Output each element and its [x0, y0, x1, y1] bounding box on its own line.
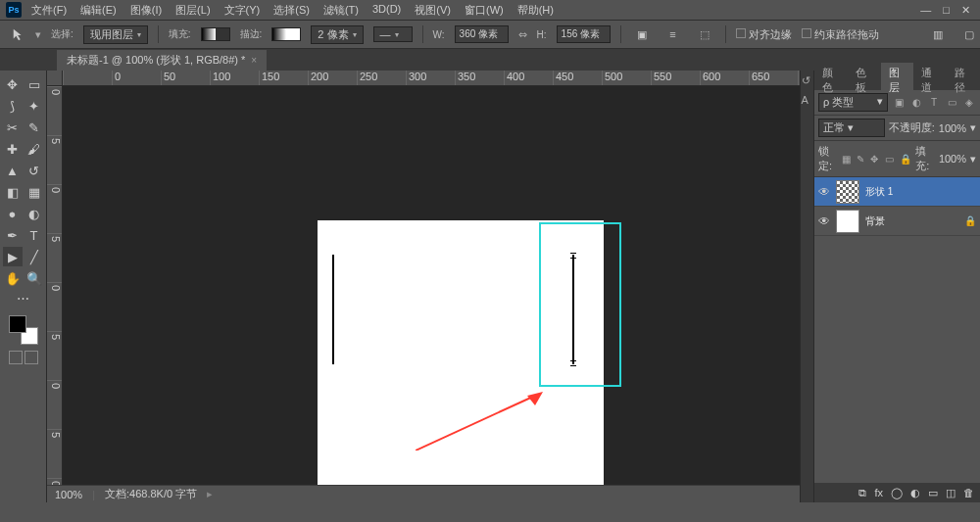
fill-swatch[interactable] — [201, 27, 230, 41]
opacity-value[interactable]: 100% — [939, 122, 966, 134]
delete-icon[interactable]: 🗑 — [963, 487, 974, 498]
menu-image[interactable]: 图像(I) — [130, 3, 162, 18]
layer-thumb[interactable] — [836, 180, 859, 204]
layer-row[interactable]: 👁形状 1 — [814, 177, 980, 207]
menu-help[interactable]: 帮助(H) — [517, 3, 554, 18]
menu-filter[interactable]: 滤镜(T) — [323, 3, 359, 18]
visibility-icon[interactable]: 👁 — [818, 214, 830, 228]
gradient-tool[interactable]: ▦ — [24, 182, 44, 202]
menu-window[interactable]: 窗口(W) — [465, 3, 504, 18]
char-dock-icon[interactable]: A — [802, 94, 813, 106]
screen-mode-icon[interactable]: ▢ — [958, 24, 980, 45]
arrange-icon[interactable]: ⬚ — [694, 24, 715, 45]
align-icon[interactable]: ≡ — [662, 24, 684, 45]
fg-bg-swatch[interactable] — [9, 315, 38, 345]
ruler-vertical[interactable]: 050505050 — [47, 86, 63, 502]
stamp-tool[interactable]: ▲ — [3, 161, 23, 180]
dodge-tool[interactable]: ◐ — [24, 204, 44, 223]
edit-toolbar[interactable]: ⋯ — [14, 288, 33, 308]
doc-size-readout[interactable]: 文档:468.8K/0 字节 — [105, 487, 197, 501]
lock-trans-icon[interactable]: ▦ — [842, 154, 853, 165]
fill-value[interactable]: 100% — [939, 153, 966, 165]
svg-marker-1 — [527, 392, 543, 405]
eraser-tool[interactable]: ◧ — [3, 182, 23, 202]
filter-adj-icon[interactable]: ◐ — [909, 96, 923, 110]
type-tool[interactable]: T — [24, 225, 44, 245]
window-minimize[interactable]: — — [920, 4, 931, 17]
layer-filter-type[interactable]: ρ 类型▾ — [818, 93, 888, 112]
menu-layer[interactable]: 图层(L) — [175, 3, 210, 18]
align-edges-check[interactable]: 对齐边缘 — [736, 27, 792, 42]
ruler-horizontal[interactable]: 0501001502002503003504004505005506006507… — [63, 71, 800, 86]
lock-paint-icon[interactable]: ✎ — [857, 154, 867, 165]
zoom-readout[interactable]: 100% — [55, 489, 82, 500]
visibility-icon[interactable]: 👁 — [818, 185, 830, 199]
blur-tool[interactable]: ● — [3, 204, 23, 223]
filter-text-icon[interactable]: T — [927, 96, 941, 110]
brush-tool[interactable]: 🖌 — [24, 139, 44, 159]
pen-tool[interactable]: ✒ — [3, 225, 23, 245]
menu-text[interactable]: 文字(Y) — [224, 3, 261, 18]
menu-bar: 文件(F) 编辑(E) 图像(I) 图层(L) 文字(Y) 选择(S) 滤镜(T… — [31, 3, 920, 18]
close-tab-icon[interactable]: × — [251, 55, 257, 66]
shape-line-1[interactable] — [332, 255, 334, 364]
menu-3d[interactable]: 3D(D) — [372, 3, 401, 18]
link-layers-icon[interactable]: ⧉ — [858, 487, 866, 499]
layer-row[interactable]: 👁背景🔒 — [814, 207, 980, 236]
select-dropdown[interactable]: 现用图层 — [83, 25, 148, 44]
width-input[interactable]: 360 像素 — [455, 25, 509, 43]
eyedropper-tool[interactable]: ✎ — [24, 118, 44, 137]
lock-all-icon[interactable]: 🔒 — [900, 154, 911, 165]
stroke-width-dropdown[interactable]: 2 像素 — [311, 25, 363, 44]
move-tool[interactable]: ✥ — [3, 74, 23, 94]
window-close[interactable]: ✕ — [961, 4, 970, 17]
menu-view[interactable]: 视图(V) — [415, 3, 451, 18]
document-tab[interactable]: 未标题-1 @ 100% (形状 1, RGB/8#) * × — [57, 50, 267, 71]
lasso-tool[interactable]: ⟆ — [3, 96, 23, 116]
menu-file[interactable]: 文件(F) — [31, 3, 67, 18]
workspace-menu-icon[interactable]: ▥ — [927, 24, 949, 45]
ruler-origin[interactable] — [47, 71, 63, 86]
adjustment-icon[interactable]: ◐ — [910, 487, 920, 499]
stroke-style-dropdown[interactable]: — — [373, 26, 413, 42]
heal-tool[interactable]: ✚ — [3, 139, 23, 159]
path-selection-tool[interactable]: ▶ — [3, 247, 23, 266]
hand-tool[interactable]: ✋ — [3, 268, 23, 288]
layer-name[interactable]: 形状 1 — [865, 185, 893, 199]
menu-edit[interactable]: 编辑(E) — [80, 3, 117, 18]
fill-label: 填充: — [915, 144, 935, 173]
layers-footer: ⧉ fx ◯ ◐ ▭ ◫ 🗑 — [814, 483, 980, 502]
link-wh-icon[interactable]: ⇔ — [518, 28, 527, 41]
filter-image-icon[interactable]: ▣ — [892, 96, 906, 110]
history-dock-icon[interactable]: ↺ — [802, 74, 813, 86]
constrain-path-check[interactable]: 约束路径拖动 — [802, 27, 879, 42]
crop-tool[interactable]: ✂ — [3, 118, 23, 137]
group-icon[interactable]: ▭ — [928, 487, 938, 499]
marquee-tool[interactable]: ▭ — [24, 74, 44, 94]
fg-color[interactable] — [9, 315, 26, 333]
layer-name[interactable]: 背景 — [865, 214, 885, 228]
path-ops-icon[interactable]: ▣ — [631, 24, 653, 45]
mask-icon[interactable]: ◯ — [891, 487, 903, 499]
collapsed-dock: ↺ A — [800, 71, 813, 502]
lock-icon: 🔒 — [964, 215, 976, 226]
canvas[interactable] — [318, 220, 604, 502]
line-tool[interactable]: ╱ — [24, 247, 44, 266]
zoom-tool[interactable]: 🔍 — [24, 268, 44, 288]
lock-pos-icon[interactable]: ✥ — [870, 154, 881, 165]
menu-select[interactable]: 选择(S) — [273, 3, 310, 18]
new-layer-icon[interactable]: ◫ — [946, 487, 956, 499]
blend-mode-dropdown[interactable]: 正常 ▾ — [818, 119, 885, 137]
height-input[interactable]: 156 像素 — [557, 25, 611, 43]
filter-shape-icon[interactable]: ▭ — [945, 96, 958, 110]
layer-thumb[interactable] — [836, 210, 859, 233]
quick-mask[interactable] — [9, 351, 38, 364]
history-brush-tool[interactable]: ↺ — [24, 161, 44, 180]
path-selection-icon[interactable] — [12, 27, 25, 41]
wand-tool[interactable]: ✦ — [24, 96, 44, 116]
window-maximize[interactable]: □ — [943, 4, 950, 17]
lock-artboard-icon[interactable]: ▭ — [885, 154, 896, 165]
fx-icon[interactable]: fx — [874, 487, 883, 498]
stroke-swatch[interactable] — [271, 27, 301, 41]
filter-smart-icon[interactable]: ◈ — [962, 96, 976, 110]
